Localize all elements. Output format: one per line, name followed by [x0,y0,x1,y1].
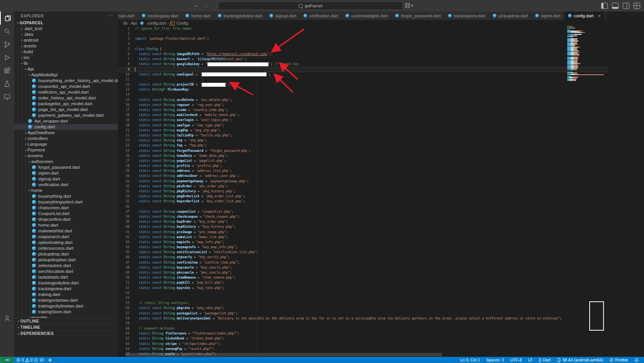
tree-file-item[interactable]: dropconfirm.dart [14,217,118,222]
code-line[interactable]: 47 static const String confirmitem = "co… [118,260,607,265]
tree-folder-item[interactable]: ›.dart_tool [14,26,118,32]
tree-file-item[interactable]: trakingStore.dart [14,309,118,315]
editor-tab[interactable]: home.dart [182,12,214,20]
sidebar-item-source-control[interactable] [0,38,14,51]
code-line[interactable]: 23 static const String otp = 'otp.php'; [118,138,607,143]
remote-indicator[interactable]: >< [0,357,14,363]
horizontal-scrollbar[interactable] [126,353,442,356]
editor-tab[interactable]: trackingway.dart [138,12,182,20]
tree-file-item[interactable]: config.dart [14,124,118,130]
tree-file-item[interactable]: page_list_api_model.dart [14,107,118,113]
nav-back-icon[interactable]: ← [193,2,200,8]
editor-tab[interactable]: customwidgets.dart [342,12,392,20]
breadcrumb-item[interactable]: config.dart [147,21,166,25]
command-center-search[interactable]: goParcel [218,2,403,10]
tree-folder-item[interactable]: ›AppDataBase [14,130,118,136]
code-line[interactable]: 52 static const String buyrate = "buy_ra… [118,286,607,291]
tree-file-item[interactable]: order_history_api_model.dart [14,95,118,101]
sidebar-item-search[interactable] [0,25,14,38]
sidebar-panel-dependencies[interactable]: ›DEPENDENCIES [14,330,118,336]
editor-tab[interactable]: signup.dart [266,12,300,20]
tree-folder-item[interactable]: ›ios [14,55,118,61]
code-line[interactable]: 60 // payment methodes [118,326,607,331]
tree-file-item[interactable]: makewishlist.dart [14,228,118,234]
code-line[interactable]: 36 [118,204,607,209]
eol-sequence[interactable]: LF [528,357,533,363]
code-line[interactable]: 57 static const String packagelist = "pa… [118,311,607,316]
tree-file-item[interactable]: home.dart [14,222,118,228]
code-line[interactable]: 51 static const String paybill = "pay_bi… [118,280,607,285]
code-line[interactable]: 45 static const String notificationList … [118,250,607,255]
code-line[interactable]: 39 static const String buyOrder = "buy_o… [118,219,607,224]
tree-file-item[interactable]: trakingpoliylinetwo.dart [14,303,118,309]
code-line[interactable]: 38 static const String checkcoupon = "ch… [118,214,607,219]
tree-file-item[interactable]: Api_wrapper.dart [14,118,118,124]
code-line[interactable]: 20 static const String smaType = "sms_ty… [118,123,607,128]
code-line[interactable]: 59 [118,321,607,326]
sidebar-item-remote-explorer[interactable] [0,90,14,103]
tree-folder-item[interactable]: ›android [14,37,118,43]
code-line[interactable]: 50 static const String itemRemove = "ite… [118,275,607,280]
tree-folder-item[interactable]: ›controllers [14,136,118,141]
code-line[interactable]: 21 static const String msgOtp = "msg_otp… [118,128,607,133]
tree-file-item[interactable]: taskdetails.dart [14,274,118,280]
tree-file-item[interactable]: optiontraking.dart [14,240,118,245]
breadcrumb-item[interactable]: Api [131,21,137,25]
editor-tab[interactable]: trackingpoliyline.dart [214,12,266,20]
tree-file-item[interactable]: CouponList.dart [14,211,118,217]
ports-icon[interactable] [46,357,54,363]
tree-file-item[interactable]: notifiction_api_model.dart [14,89,118,95]
code-line[interactable]: 8 static const String googleApikey = "";… [118,62,607,67]
tree-folder-item[interactable]: ›home [14,188,118,193]
code-line[interactable]: 26 static const String homeData = 'home_… [118,153,607,158]
code-line[interactable]: 27 static const String pageList = 'pagel… [118,158,607,163]
editor-tab[interactable]: verification.dart [300,12,342,20]
tree-file-item[interactable]: serchlocation.dart [14,269,118,274]
tree-file-item[interactable]: traking.dart [14,292,118,297]
tree-folder-item[interactable]: ›authscreen [14,159,118,165]
code-line[interactable]: 22 static const String twilioOtp = "twil… [118,133,607,138]
editor-tab[interactable]: trackingview.dart [445,12,489,20]
code-line[interactable]: 64 static String senangPay = "result.php… [118,346,607,351]
tree-file-item[interactable]: trakingordertwo.dart [14,297,118,303]
tree-file-item[interactable]: ordersuccess.dart [14,245,118,251]
sidebar-item-extensions[interactable] [0,64,14,77]
tree-folder-item[interactable]: ›GOPARCEL [14,20,118,26]
sidebar-item-run-debug[interactable] [0,51,14,64]
code-line[interactable]: 62 static String ticketBook = "ticket_bo… [118,336,607,341]
editor-tab[interactable]: forgot_password.dart [392,12,445,20]
code-line[interactable]: 13 static String? firebaseKey; [118,87,607,92]
explorer-more-actions-icon[interactable]: ··· [107,12,113,18]
code-line[interactable]: 35 static const String buyorderlist = 'b… [118,199,607,204]
tree-file-item[interactable]: buyanythingselect.dart [14,199,118,205]
code-line[interactable]: 11 [118,77,607,82]
code-line[interactable]: 15 static const String accDelete = 'acc_… [118,97,607,103]
code-line[interactable]: 10 static const String oneSignel = ''; [118,72,607,77]
code-line[interactable]: 29 static const String address = 'addres… [118,168,607,173]
tab-close-icon[interactable]: × [598,13,600,18]
tree-file-item[interactable]: verification.dart [14,182,118,188]
code-line[interactable]: 31 static const String paymentgateway = … [118,179,607,184]
code-line[interactable]: 4 [118,42,607,47]
tree-file-item[interactable]: forgot_password.dart [14,165,118,170]
editor-tab[interactable]: main.dart [118,12,138,20]
sidebar-item-explorer[interactable] [0,12,15,25]
code-line[interactable]: 17 static const String ccode = 'country_… [118,108,607,113]
code-line[interactable]: 24 static const String faq = 'faq.php'; [118,143,607,148]
tree-file-item[interactable]: chatscreen.dart [14,205,118,211]
code-line[interactable]: 6 static const String imageURLPath = 'ht… [118,52,607,57]
sidebar-panel-timeline[interactable]: ›TIMELINE [14,324,118,330]
tree-file-item[interactable]: buyanything.dart [14,193,118,199]
code-line[interactable]: 14 [118,92,607,97]
code-line[interactable]: 61 static String flutterwave = "flutterw… [118,331,607,336]
code-line[interactable]: 49 static const String pkscancle = "pks_… [118,270,607,275]
code-line[interactable]: 5class Config { [118,47,607,52]
code-line[interactable]: 40 static const String buyHistory = "buy… [118,224,607,229]
target-device[interactable]: MI A3 (android-arm64) [557,357,603,363]
code-line[interactable]: 25 static const String forgetPassword = … [118,148,607,153]
code-line[interactable]: 16 static const String reguser = 'reg_us… [118,103,607,108]
problems-status[interactable]: 0 0 10 [14,357,46,363]
account-icon[interactable] [0,311,14,324]
code-line[interactable]: 63 static String stripe = "stripe/index.… [118,341,607,346]
tree-file-item[interactable]: mapsearch.dart [14,234,118,240]
